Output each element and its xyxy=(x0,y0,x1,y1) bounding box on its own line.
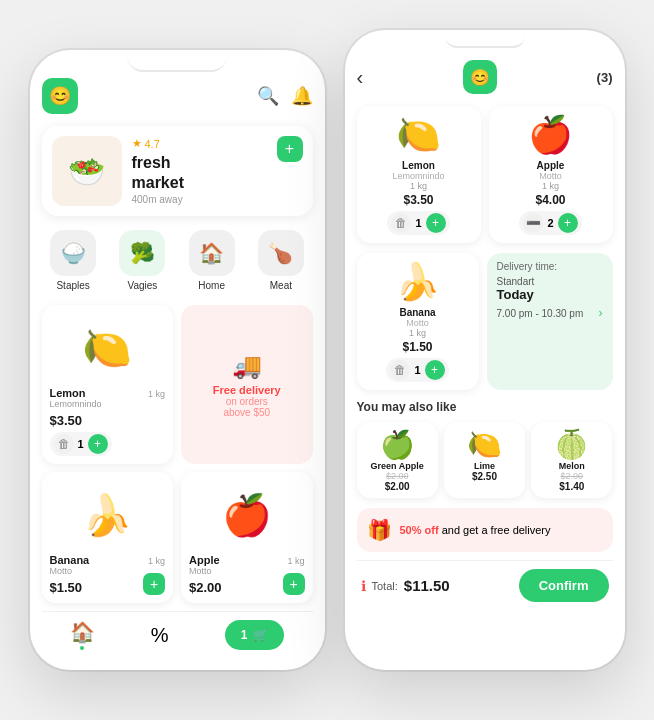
nav-deals[interactable]: % xyxy=(151,624,169,647)
suggestion-melon[interactable]: 🍈 Melon $2.00 $1.40 xyxy=(531,422,612,498)
left-phone-content: 😊 🔍 🔔 🥗 ★ 4.7 freshmarket 400m away xyxy=(30,50,325,670)
cart-apple-name: Apple xyxy=(537,160,565,171)
promo-banner: 🎁 50% off and get a free delivery xyxy=(357,508,613,552)
cart-lemon-weight: 1 kg xyxy=(410,181,427,191)
category-staples[interactable]: 🍚 Staples xyxy=(42,230,105,291)
app-logo-right: 😊 xyxy=(463,60,497,94)
delivery-time-card[interactable]: Delivery time: Standart Today 7.00 pm - … xyxy=(487,253,613,390)
total-amount: $11.50 xyxy=(404,577,450,594)
cart-lemon-qty[interactable]: 🗑 1 + xyxy=(387,211,449,235)
cart-banana-weight: 1 kg xyxy=(409,328,426,338)
green-apple-price: $2.00 xyxy=(363,481,432,492)
home-icon-wrap: 🏠 xyxy=(189,230,235,276)
apple-image: 🍎 xyxy=(189,480,305,550)
total-info-icon: ℹ xyxy=(361,578,366,594)
cart-apple-sub: Motto xyxy=(539,171,562,181)
green-apple-name: Green Apple xyxy=(363,461,432,471)
delivery-type: Standart xyxy=(497,276,603,287)
lime-price: $2.50 xyxy=(450,471,519,482)
apple-add-button[interactable]: + xyxy=(283,573,305,595)
logo-smile-icon: 😊 xyxy=(49,85,71,107)
cart-banana-sub: Motto xyxy=(406,318,429,328)
banana-add-button[interactable]: + xyxy=(143,573,165,595)
staples-label: Staples xyxy=(56,280,89,291)
cart-count-label: (3) xyxy=(597,70,613,85)
store-distance: 400m away xyxy=(132,194,303,205)
store-add-button[interactable]: + xyxy=(277,136,303,162)
search-icon[interactable]: 🔍 xyxy=(257,85,279,107)
banana-image: 🍌 xyxy=(50,480,166,550)
deals-icon: % xyxy=(151,624,169,647)
cart-lemon: 🍋 Lemon Lemomnindo 1 kg $3.50 🗑 1 + xyxy=(357,106,481,243)
categories-row: 🍚 Staples 🥦 Vagies 🏠 Home xyxy=(42,230,313,291)
melon-img: 🍈 xyxy=(537,428,606,461)
cart-lemon-num: 1 xyxy=(415,217,421,229)
header-icons: 🔍 🔔 xyxy=(257,85,313,107)
cart-banana-price: $1.50 xyxy=(402,340,432,354)
banana-weight: 1 kg xyxy=(148,556,165,566)
bottom-total: ℹ Total: $11.50 Confirm xyxy=(357,560,613,610)
lemon-qty-plus[interactable]: + xyxy=(88,434,108,454)
delivery-chevron-icon[interactable]: › xyxy=(599,306,603,320)
suggestions-row: 🍏 Green Apple $2.00 $2.00 🍋 Lime $2.50 🍈… xyxy=(357,422,613,498)
right-phone-content: ‹ 😊 (3) 🍋 Lemon Lemomnindo 1 kg $3.50 xyxy=(345,30,625,670)
cart-apple-weight: 1 kg xyxy=(542,181,559,191)
suggestion-green-apple[interactable]: 🍏 Green Apple $2.00 $2.00 xyxy=(357,422,438,498)
lemon-image: 🍋 xyxy=(50,313,166,383)
lime-name: Lime xyxy=(450,461,519,471)
green-apple-old-price: $2.00 xyxy=(363,471,432,481)
cart-banana-qty[interactable]: 🗑 1 + xyxy=(386,358,448,382)
cart-nav-button[interactable]: 1 🛒 xyxy=(225,620,285,650)
category-home[interactable]: 🏠 Home xyxy=(180,230,243,291)
category-veggies[interactable]: 🥦 Vagies xyxy=(111,230,174,291)
back-button[interactable]: ‹ xyxy=(357,66,364,89)
cart-banana-plus[interactable]: + xyxy=(425,360,445,380)
lemon-price: $3.50 xyxy=(50,413,166,428)
lemon-qty-control[interactable]: 🗑 1 + xyxy=(50,432,112,456)
notch-right xyxy=(445,30,525,48)
cart-lemon-sub: Lemomnindo xyxy=(392,171,444,181)
melon-old-price: $2.00 xyxy=(537,471,606,481)
cart-apple-qty[interactable]: ➖ 2 + xyxy=(519,211,581,235)
cart-apple-img: 🍎 xyxy=(528,114,573,156)
meat-icon: 🍗 xyxy=(268,241,293,265)
promo-highlight: 50% off xyxy=(400,524,439,536)
star-icon: ★ xyxy=(132,137,142,150)
cart-apple-minus[interactable]: ➖ xyxy=(523,213,543,233)
delivery-truck-icon: 🚚 xyxy=(232,352,262,380)
home-icon: 🏠 xyxy=(199,241,224,265)
cart-banana-name: Banana xyxy=(399,307,435,318)
cart-banana-num: 1 xyxy=(414,364,420,376)
cart-apple: 🍎 Apple Motto 1 kg $4.00 ➖ 2 + xyxy=(489,106,613,243)
cart-lemon-minus[interactable]: 🗑 xyxy=(391,213,411,233)
cart-icon: 🛒 xyxy=(253,628,268,642)
app-logo-left: 😊 xyxy=(42,78,78,114)
banana-name: Banana xyxy=(50,554,90,566)
banana-name-row: Banana 1 kg xyxy=(50,554,166,566)
lemon-qty-minus[interactable]: 🗑 xyxy=(54,434,74,454)
cart-banana-minus[interactable]: 🗑 xyxy=(390,360,410,380)
suggestion-lime[interactable]: 🍋 Lime $2.50 xyxy=(444,422,525,498)
melon-price: $1.40 xyxy=(537,481,606,492)
bottom-nav: 🏠 % 1 🛒 xyxy=(42,611,313,654)
right-phone: ‹ 😊 (3) 🍋 Lemon Lemomnindo 1 kg $3.50 xyxy=(345,30,625,670)
free-delivery-title: Free delivery xyxy=(213,384,281,396)
melon-name: Melon xyxy=(537,461,606,471)
nav-home[interactable]: 🏠 xyxy=(70,620,95,650)
cart-apple-plus[interactable]: + xyxy=(558,213,578,233)
home-nav-icon: 🏠 xyxy=(70,620,95,644)
cart-lemon-plus[interactable]: + xyxy=(426,213,446,233)
store-card[interactable]: 🥗 ★ 4.7 freshmarket 400m away + xyxy=(42,126,313,216)
cart-row-2: 🍌 Banana Motto 1 kg $1.50 🗑 1 + Delivery… xyxy=(357,253,613,390)
cart-row-1: 🍋 Lemon Lemomnindo 1 kg $3.50 🗑 1 + 🍎 Ap… xyxy=(357,106,613,243)
category-meat[interactable]: 🍗 Meat xyxy=(249,230,312,291)
notification-icon[interactable]: 🔔 xyxy=(291,85,313,107)
active-dot xyxy=(80,646,84,650)
free-delivery-card: 🚚 Free delivery on ordersabove $50 xyxy=(181,305,313,464)
veggies-icon-wrap: 🥦 xyxy=(119,230,165,276)
delivery-time: 7.00 pm - 10.30 pm xyxy=(497,308,584,319)
cart-lemon-name: Lemon xyxy=(402,160,435,171)
delivery-time-row: 7.00 pm - 10.30 pm › xyxy=(497,306,603,320)
confirm-button[interactable]: Confirm xyxy=(519,569,609,602)
staples-icon-wrap: 🍚 xyxy=(50,230,96,276)
